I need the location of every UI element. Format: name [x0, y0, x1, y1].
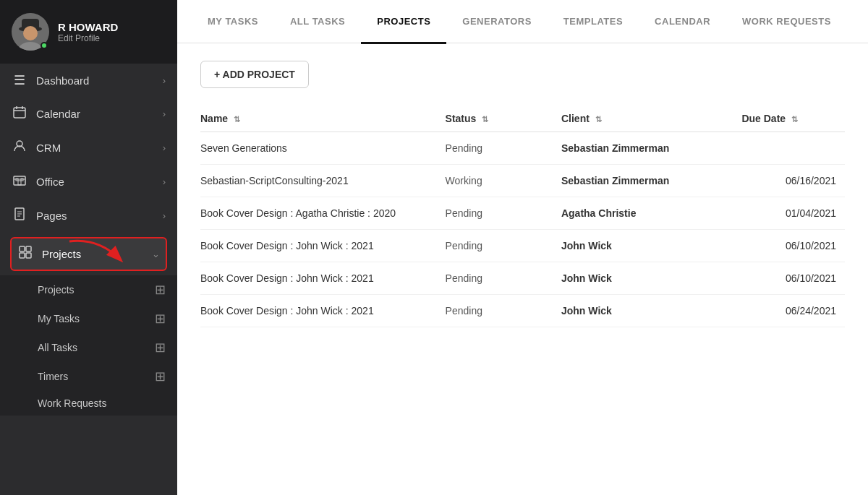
sidebar-item-label: Projects: [42, 248, 81, 260]
chevron-icon: ›: [163, 75, 166, 86]
edit-profile-link[interactable]: Edit Profile: [58, 33, 166, 43]
sidebar-item-label: Dashboard: [36, 74, 89, 87]
submenu-label: Projects: [38, 284, 75, 296]
sort-icon: ⇅: [595, 115, 602, 124]
cell-due-date: [741, 132, 845, 165]
table-row[interactable]: Sebastian-ScriptConsulting-2021 Working …: [200, 165, 845, 197]
cell-client: John Wick: [561, 295, 741, 327]
cell-due-date: 06/10/2021: [741, 262, 845, 295]
chevron-icon: ›: [163, 176, 166, 187]
add-icon[interactable]: ⊞: [155, 311, 166, 327]
user-profile: R HOWARD Edit Profile: [0, 0, 177, 64]
tab-work-requests[interactable]: WORK REQUESTS: [726, 1, 847, 44]
add-icon[interactable]: ⊞: [155, 340, 166, 356]
table-row[interactable]: Seven Generations Pending Sebastian Zimm…: [200, 132, 845, 165]
col-header-due-date[interactable]: Due Date ⇅: [741, 106, 845, 132]
calendar-icon: [12, 106, 27, 122]
col-header-client[interactable]: Client ⇅: [561, 106, 741, 132]
projects-submenu: Projects ⊞ My Tasks ⊞ All Tasks ⊞ Timers…: [0, 275, 177, 416]
svg-rect-5: [14, 108, 25, 118]
cell-status: Working: [446, 165, 561, 197]
chevron-icon: ›: [163, 108, 166, 119]
svg-point-3: [23, 26, 38, 40]
tab-all-tasks[interactable]: ALL TASKS: [274, 1, 361, 44]
projects-content: + ADD PROJECT Name ⇅ Status ⇅ Client ⇅: [177, 43, 868, 495]
sort-icon: ⇅: [791, 115, 798, 124]
cell-client: John Wick: [561, 262, 741, 295]
cell-due-date: 06/16/2021: [741, 165, 845, 197]
chevron-down-icon: ⌄: [152, 249, 160, 259]
tab-templates[interactable]: TEMPLATES: [548, 1, 639, 44]
crm-icon: [12, 139, 27, 156]
pages-icon: [12, 207, 27, 224]
chevron-icon: ›: [163, 142, 166, 153]
user-name: R HOWARD: [58, 21, 166, 33]
cell-status: Pending: [446, 262, 561, 295]
cell-name: Book Cover Design : John Wick : 2021: [200, 262, 446, 295]
cell-client: Agatha Christie: [561, 197, 741, 230]
projects-table: Name ⇅ Status ⇅ Client ⇅ Due Date ⇅: [200, 106, 845, 327]
submenu-item-my-tasks[interactable]: My Tasks ⊞: [0, 304, 177, 333]
table-row[interactable]: Book Cover Design : John Wick : 2021 Pen…: [200, 295, 845, 327]
svg-rect-22: [26, 253, 31, 258]
avatar: [12, 13, 49, 51]
svg-rect-13: [18, 181, 21, 185]
submenu-item-projects[interactable]: Projects ⊞: [0, 275, 177, 304]
sidebar-item-office[interactable]: Office ›: [0, 165, 177, 199]
tab-generators[interactable]: GENERATORS: [446, 1, 548, 44]
sidebar: R HOWARD Edit Profile ☰ Dashboard › Cale…: [0, 0, 177, 495]
sidebar-item-projects[interactable]: Projects ⌄: [10, 237, 167, 271]
submenu-label: My Tasks: [38, 313, 80, 324]
col-header-name[interactable]: Name ⇅: [200, 106, 446, 132]
cell-status: Pending: [446, 230, 561, 262]
projects-icon: [17, 246, 33, 262]
cell-due-date: 06/10/2021: [741, 230, 845, 262]
table-row[interactable]: Book Cover Design : John Wick : 2021 Pen…: [200, 262, 845, 295]
main-content: MY TASKS ALL TASKS PROJECTS GENERATORS T…: [177, 0, 868, 495]
col-header-status[interactable]: Status ⇅: [446, 106, 561, 132]
tab-projects[interactable]: PROJECTS: [361, 1, 446, 44]
cell-client: John Wick: [561, 230, 741, 262]
table-row[interactable]: Book Cover Design : John Wick : 2021 Pen…: [200, 230, 845, 262]
cell-status: Pending: [446, 132, 561, 165]
cell-name: Book Cover Design : John Wick : 2021: [200, 295, 446, 327]
svg-rect-20: [26, 246, 31, 251]
add-project-button[interactable]: + ADD PROJECT: [200, 61, 309, 88]
svg-rect-19: [20, 246, 25, 251]
cell-due-date: 01/04/2021: [741, 197, 845, 230]
sort-icon: ⇅: [234, 115, 240, 124]
chevron-icon: ›: [163, 210, 166, 221]
online-status-dot: [41, 42, 48, 49]
office-icon: [12, 173, 27, 190]
sort-icon: ⇅: [482, 115, 488, 124]
table-row[interactable]: Book Cover Design : Agatha Christie : 20…: [200, 197, 845, 230]
sidebar-item-dashboard[interactable]: ☰ Dashboard ›: [0, 64, 177, 97]
cell-name: Seven Generations: [200, 132, 446, 165]
sidebar-item-calendar[interactable]: Calendar ›: [0, 97, 177, 131]
svg-rect-21: [20, 253, 25, 258]
submenu-label: Work Requests: [38, 397, 106, 409]
cell-name: Book Cover Design : Agatha Christie : 20…: [200, 197, 446, 230]
sidebar-item-crm[interactable]: CRM ›: [0, 131, 177, 165]
submenu-item-timers[interactable]: Timers ⊞: [0, 362, 177, 391]
submenu-label: All Tasks: [38, 342, 77, 353]
cell-status: Pending: [446, 197, 561, 230]
cell-name: Book Cover Design : John Wick : 2021: [200, 230, 446, 262]
submenu-label: Timers: [38, 371, 68, 382]
cell-name: Sebastian-ScriptConsulting-2021: [200, 165, 446, 197]
cell-client: Sebastian Zimmerman: [561, 165, 741, 197]
cell-client: Sebastian Zimmerman: [561, 132, 741, 165]
submenu-item-all-tasks[interactable]: All Tasks ⊞: [0, 333, 177, 362]
add-icon[interactable]: ⊞: [155, 282, 166, 298]
cell-due-date: 06/24/2021: [741, 295, 845, 327]
cell-status: Pending: [446, 295, 561, 327]
dashboard-icon: ☰: [12, 72, 27, 88]
sidebar-item-label: Calendar: [36, 108, 80, 120]
sidebar-item-pages[interactable]: Pages ›: [0, 199, 177, 233]
sidebar-item-label: Pages: [36, 210, 67, 222]
add-icon[interactable]: ⊞: [155, 369, 166, 384]
tab-my-tasks[interactable]: MY TASKS: [192, 1, 274, 44]
tab-calendar[interactable]: CALENDAR: [639, 1, 726, 44]
sidebar-item-label: Office: [36, 176, 64, 188]
submenu-item-work-requests[interactable]: Work Requests: [0, 391, 177, 416]
